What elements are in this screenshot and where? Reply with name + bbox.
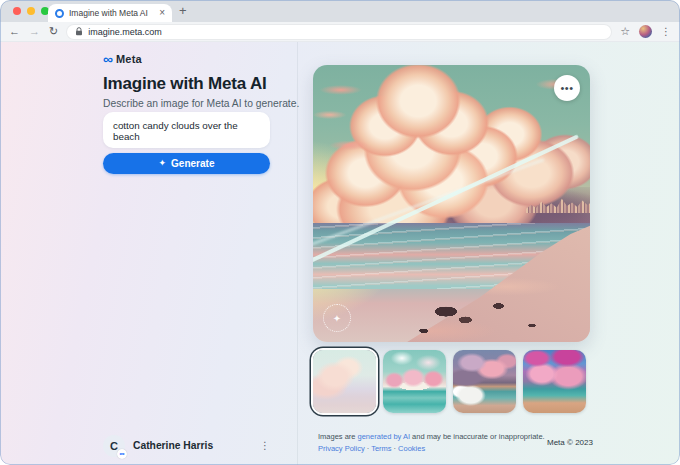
thumbnail-2[interactable]	[383, 350, 446, 413]
separator: ·	[394, 444, 397, 453]
privacy-policy-link[interactable]: Privacy Policy	[318, 444, 365, 453]
legal-links: Privacy Policy·Terms·Cookies	[318, 443, 550, 455]
avatar: C ∞	[103, 435, 125, 457]
meta-logo: ∞ Meta	[103, 52, 142, 66]
user-name: Catherine Harris	[133, 440, 252, 451]
generated-by-ai-link[interactable]: generated by AI	[358, 432, 411, 441]
close-tab-icon[interactable]: ×	[159, 8, 165, 18]
url-text: imagine.meta.com	[88, 27, 162, 37]
thumbnail-3[interactable]	[453, 350, 516, 413]
thumbnail-4[interactable]	[523, 350, 586, 413]
generate-button[interactable]: ✦ Generate	[103, 153, 270, 174]
lock-icon	[75, 27, 83, 36]
generate-label: Generate	[171, 158, 214, 169]
sparkle-icon: ✦	[159, 159, 167, 168]
terms-link[interactable]: Terms	[371, 444, 391, 453]
bookmark-icon[interactable]: ☆	[620, 26, 630, 37]
prompt-input[interactable]: cotton candy clouds over the beach	[103, 112, 270, 148]
thumbnail-strip	[313, 350, 586, 413]
new-tab-button[interactable]: +	[179, 3, 187, 18]
generated-image[interactable]: ••• ✦	[313, 65, 590, 342]
prompt-box[interactable]: cotton candy clouds over the beach	[103, 112, 270, 148]
toolbar-right: ☆ ⋮	[620, 25, 671, 38]
tab-title: Imagine with Meta AI	[69, 8, 154, 18]
meta-wordmark: Meta	[116, 53, 142, 65]
browser-toolbar: ← → ↻ imagine.meta.com ☆ ⋮	[0, 22, 680, 42]
page-content: ∞ Meta Imagine with Meta AI Describe an …	[0, 42, 680, 465]
ai-watermark-badge: ✦	[323, 304, 351, 332]
page-title: Imagine with Meta AI	[103, 74, 267, 94]
window-controls	[13, 7, 49, 15]
avatar-initial: C	[110, 440, 118, 452]
address-bar[interactable]: imagine.meta.com	[67, 25, 611, 39]
forward-icon[interactable]: →	[29, 26, 40, 37]
browser-tab[interactable]: Imagine with Meta AI ×	[48, 4, 172, 22]
disclaimer: Images aregenerated by AIand may be inac…	[318, 431, 550, 456]
meta-ai-favicon-icon	[55, 9, 64, 18]
user-row: C ∞ Catherine Harris ⋮	[103, 434, 270, 457]
reload-icon[interactable]: ↻	[49, 26, 58, 37]
cookies-link[interactable]: Cookies	[398, 444, 425, 453]
minimize-window-button[interactable]	[27, 7, 35, 15]
back-icon[interactable]: ←	[9, 26, 20, 37]
image-options-button[interactable]: •••	[554, 75, 580, 101]
disclaimer-prefix: Images are	[318, 432, 356, 441]
meta-badge-icon: ∞	[117, 449, 127, 459]
close-window-button[interactable]	[13, 7, 21, 15]
copyright: Meta © 2023	[547, 438, 593, 447]
browser-window: Imagine with Meta AI × + ← → ↻ imagine.m…	[0, 0, 680, 465]
disclaimer-line: Images aregenerated by AIand may be inac…	[318, 431, 550, 443]
separator: ·	[367, 444, 370, 453]
browser-titlebar: Imagine with Meta AI × +	[0, 0, 680, 22]
meta-infinity-icon: ∞	[103, 52, 113, 66]
page-subtitle: Describe an image for Meta AI to generat…	[103, 98, 299, 109]
thumbnail-1[interactable]	[313, 350, 376, 413]
user-menu-icon[interactable]: ⋮	[260, 440, 270, 451]
browser-menu-icon[interactable]: ⋮	[661, 27, 671, 37]
browser-profile-avatar[interactable]	[639, 25, 652, 38]
image-rocks	[313, 65, 590, 342]
disclaimer-suffix: and may be inaccurate or inappropriate.	[412, 432, 545, 441]
